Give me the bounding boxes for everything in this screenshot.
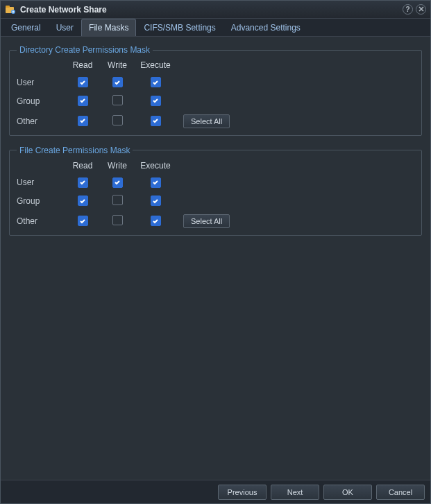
dir-user-execute-checkbox[interactable]: [151, 77, 161, 87]
col-header-execute: Execute: [135, 60, 176, 70]
file-permissions-group: File Create Permissions Mask Read Write …: [9, 146, 422, 236]
help-icon: ?: [405, 6, 409, 13]
dir-other-execute-checkbox[interactable]: [151, 116, 161, 126]
tab-user[interactable]: User: [49, 19, 81, 36]
tab-file-masks[interactable]: File Masks: [81, 19, 136, 36]
window-title: Create Network Share: [20, 5, 403, 15]
file-other-write-checkbox[interactable]: [112, 215, 123, 225]
file-other-execute-checkbox[interactable]: [151, 216, 161, 226]
file-group-read-checkbox[interactable]: [78, 195, 88, 206]
file-group-write-checkbox[interactable]: [112, 195, 123, 205]
row-label-user: User: [17, 177, 65, 187]
row-label-group: Group: [17, 196, 65, 206]
col-header-execute: Execute: [135, 161, 176, 171]
close-icon: [419, 6, 424, 13]
col-header-read: Read: [65, 161, 100, 171]
file-user-read-checkbox[interactable]: [78, 177, 88, 188]
row-label-user: User: [17, 78, 65, 87]
share-folder-icon: [5, 4, 16, 15]
ok-button[interactable]: OK: [323, 485, 372, 500]
tab-advanced-settings[interactable]: Advanced Settings: [223, 19, 308, 36]
titlebar-buttons: ?: [403, 4, 426, 15]
file-other-read-checkbox[interactable]: [78, 216, 88, 226]
tab-cifs-smb-settings[interactable]: CIFS/SMB Settings: [136, 19, 223, 36]
directory-permissions-legend: Directory Create Permissions Mask: [17, 45, 153, 55]
file-permissions-grid: Read Write Execute User Group Other Sele…: [17, 161, 414, 229]
tab-content: Directory Create Permissions Mask Read W…: [1, 37, 430, 480]
file-group-execute-checkbox[interactable]: [151, 195, 161, 206]
help-button[interactable]: ?: [403, 4, 413, 15]
dir-other-write-checkbox[interactable]: [112, 115, 123, 125]
titlebar: Create Network Share ?: [1, 1, 430, 19]
tabbar: General User File Masks CIFS/SMB Setting…: [1, 19, 430, 37]
col-header-write: Write: [100, 60, 135, 70]
dir-user-read-checkbox[interactable]: [78, 77, 88, 87]
dir-select-all-button[interactable]: Select All: [183, 114, 230, 128]
dir-group-read-checkbox[interactable]: [78, 96, 88, 106]
tab-general[interactable]: General: [3, 19, 49, 36]
svg-rect-1: [6, 6, 10, 8]
file-user-execute-checkbox[interactable]: [151, 177, 161, 188]
col-header-write: Write: [100, 161, 135, 171]
dir-user-write-checkbox[interactable]: [112, 77, 123, 87]
file-select-all-button[interactable]: Select All: [183, 214, 230, 228]
dialog-window: Create Network Share ? General User File…: [0, 0, 431, 504]
cancel-button[interactable]: Cancel: [376, 485, 425, 500]
file-permissions-legend: File Create Permissions Mask: [17, 146, 133, 155]
file-user-write-checkbox[interactable]: [112, 177, 123, 188]
directory-permissions-grid: Read Write Execute User Group Other Sele…: [17, 60, 414, 128]
next-button[interactable]: Next: [271, 485, 319, 500]
dir-group-execute-checkbox[interactable]: [151, 96, 161, 106]
previous-button[interactable]: Previous: [218, 485, 267, 500]
row-label-other: Other: [17, 216, 65, 226]
dir-group-write-checkbox[interactable]: [112, 95, 123, 105]
col-header-read: Read: [65, 60, 100, 70]
row-label-group: Group: [17, 96, 65, 106]
directory-permissions-group: Directory Create Permissions Mask Read W…: [9, 45, 422, 136]
dir-other-read-checkbox[interactable]: [78, 116, 88, 126]
row-label-other: Other: [17, 116, 65, 126]
dialog-footer: Previous Next OK Cancel: [1, 480, 430, 503]
close-button[interactable]: [416, 4, 426, 15]
